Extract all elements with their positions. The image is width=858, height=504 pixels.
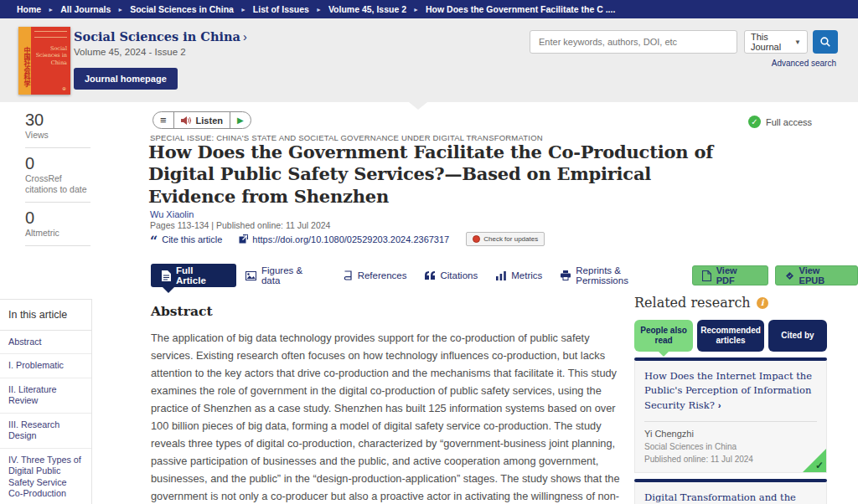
epub-diamond-icon — [785, 271, 794, 280]
breadcrumb-separator-icon: ► — [316, 7, 322, 13]
breadcrumb: Home ► All Journals ► Social Sciences in… — [0, 0, 858, 18]
divider — [25, 147, 90, 148]
journal-homepage-button[interactable]: Journal homepage — [74, 68, 178, 90]
related-item-title-link[interactable]: How Does the Internet Impact the Public'… — [644, 369, 817, 413]
related-item-author: Yi Chengzhi — [644, 429, 817, 439]
tab-reprints-permissions[interactable]: Reprints & Permissions — [551, 265, 685, 285]
speaker-icon — [181, 116, 192, 126]
breadcrumb-separator-icon: ► — [413, 7, 419, 13]
toc-title: In this article — [0, 300, 91, 331]
tab-figures-data[interactable]: Figures & data — [236, 265, 333, 285]
doi-link[interactable]: https://doi.org/10.1080/02529203.2024.23… — [239, 234, 449, 244]
altmetric-count: 0 — [25, 208, 90, 227]
related-item-meta: Yi Chengzhi Social Sciences in China Pub… — [644, 421, 817, 472]
play-icon: ▶ — [237, 116, 244, 125]
listen-label: Listen — [196, 116, 223, 126]
toc-item-three-types[interactable]: IV. Three Types of Digital Public Safety… — [0, 449, 91, 504]
breadcrumb-current-article: How Does the Government Facilitate the C… — [426, 4, 615, 14]
views-label: Views — [25, 130, 90, 141]
tab-citations[interactable]: Citations — [416, 270, 487, 280]
info-icon[interactable]: i — [757, 297, 768, 309]
full-access-badge: ✓ Full access — [748, 116, 812, 128]
printer-icon — [561, 270, 571, 280]
related-item-journal: Social Sciences in China — [644, 442, 817, 451]
tab-full-article[interactable]: Full Article — [151, 264, 236, 287]
check-circle-icon: ✓ — [748, 116, 761, 128]
toc-item-research-design[interactable]: III. Research Design — [0, 414, 91, 449]
crossref-label: CrossRef citations to date — [25, 173, 90, 196]
cite-row: “ Cite this article https://doi.org/10.1… — [150, 232, 545, 246]
tab-people-also-read[interactable]: People also read — [634, 320, 693, 352]
search-scope-select[interactable]: This Journal ▼ — [744, 30, 808, 54]
breadcrumb-home[interactable]: Home — [17, 4, 41, 14]
journal-cover-main: Social Sciences in China ⊕ — [31, 27, 70, 95]
tab-recommended-articles[interactable]: Recommended articles — [697, 320, 764, 352]
journal-cover-logo: ⊕ — [62, 85, 66, 91]
abstract-heading: Abstract — [151, 303, 625, 319]
related-tabs: People also read Recommended articles Ci… — [634, 320, 827, 352]
chevron-right-icon: › — [718, 400, 721, 410]
figures-icon — [246, 271, 256, 280]
author-link[interactable]: Wu Xiaolin — [150, 209, 194, 219]
divider — [25, 245, 90, 246]
listen-menu-button[interactable]: ≡ — [153, 112, 173, 128]
breadcrumb-separator-icon: ► — [117, 7, 123, 13]
article-title: How Does the Government Facilitate the C… — [148, 141, 718, 208]
breadcrumb-journal[interactable]: Social Sciences in China — [130, 4, 234, 14]
related-item-title-link[interactable]: Digital Transformation and the Frontier … — [644, 491, 817, 504]
crossref-count: 0 — [25, 154, 90, 172]
related-research-heading: Related research — [634, 295, 751, 311]
toc-item-abstract[interactable]: Abstract — [0, 331, 91, 354]
breadcrumb-list-of-issues[interactable]: List of Issues — [253, 4, 309, 14]
view-pdf-button[interactable]: View PDF — [692, 265, 768, 285]
search-icon — [819, 36, 831, 48]
toc-item-literature-review[interactable]: II. Literature Review — [0, 378, 91, 414]
abstract-text: The application of big data technology p… — [151, 330, 625, 504]
document-icon — [162, 270, 171, 281]
journal-banner: 中国社会科学 Social Sciences in China ⊕ Social… — [0, 18, 858, 102]
check-for-updates-button[interactable]: Check for updates — [466, 232, 545, 246]
bar-chart-icon — [496, 271, 506, 280]
abstract-section: Abstract The application of big data tec… — [151, 303, 625, 504]
related-item: Digital Transformation and the Frontier … — [634, 482, 827, 504]
divider — [25, 202, 90, 203]
related-item: How Does the Internet Impact the Public'… — [634, 361, 827, 473]
tab-cited-by[interactable]: Cited by — [768, 320, 827, 352]
external-link-icon — [239, 234, 248, 244]
breadcrumb-issue[interactable]: Volume 45, Issue 2 — [328, 4, 406, 14]
chevron-right-icon: › — [243, 30, 247, 44]
crossmark-icon — [473, 235, 480, 243]
journal-name-link[interactable]: Social Sciences in China› — [74, 29, 247, 44]
tab-metrics[interactable]: Metrics — [487, 270, 551, 280]
pdf-icon — [702, 270, 711, 281]
article-tabbar: Full Article Figures & data References C… — [151, 264, 858, 287]
issue-line[interactable]: Volume 45, 2024 - Issue 2 — [74, 47, 186, 57]
cite-article-link[interactable]: “ Cite this article — [150, 233, 222, 246]
toc-item-problematic[interactable]: I. Problematic — [0, 354, 91, 378]
chevron-down-icon: ▼ — [794, 39, 801, 46]
breadcrumb-separator-icon: ► — [240, 7, 246, 13]
in-this-article-panel: In this article Abstract I. Problematic … — [0, 299, 92, 504]
altmetric-label: Altmetric — [25, 228, 90, 239]
listen-play-button[interactable]: ▶ — [230, 112, 251, 128]
related-item-published: Published online: 11 Jul 2024 — [644, 455, 817, 464]
breadcrumb-separator-icon: ► — [48, 7, 54, 13]
breadcrumb-all-journals[interactable]: All Journals — [60, 4, 111, 14]
listen-button[interactable]: Listen — [173, 112, 230, 128]
page: Home ► All Journals ► Social Sciences in… — [0, 0, 858, 504]
full-access-label: Full access — [766, 117, 812, 127]
journal-cover-image[interactable]: 中国社会科学 Social Sciences in China ⊕ — [18, 27, 70, 95]
tab-references[interactable]: References — [333, 270, 416, 280]
search-input[interactable] — [530, 30, 737, 54]
journal-cover-spine: 中国社会科学 — [18, 27, 31, 95]
related-research-heading-row: Related research i — [634, 295, 827, 311]
view-epub-button[interactable]: View EPUB — [775, 265, 858, 285]
quote-icon: “ — [150, 238, 158, 246]
listen-widget: ≡ Listen ▶ — [152, 111, 251, 129]
publication-info: Pages 113-134 | Published online: 11 Jul… — [150, 220, 330, 230]
journal-cover-title: Social Sciences in China — [35, 45, 67, 66]
search-button[interactable] — [813, 30, 838, 54]
citations-quote-icon — [425, 271, 435, 280]
book-icon — [343, 270, 353, 280]
advanced-search-link[interactable]: Advanced search — [772, 59, 836, 68]
